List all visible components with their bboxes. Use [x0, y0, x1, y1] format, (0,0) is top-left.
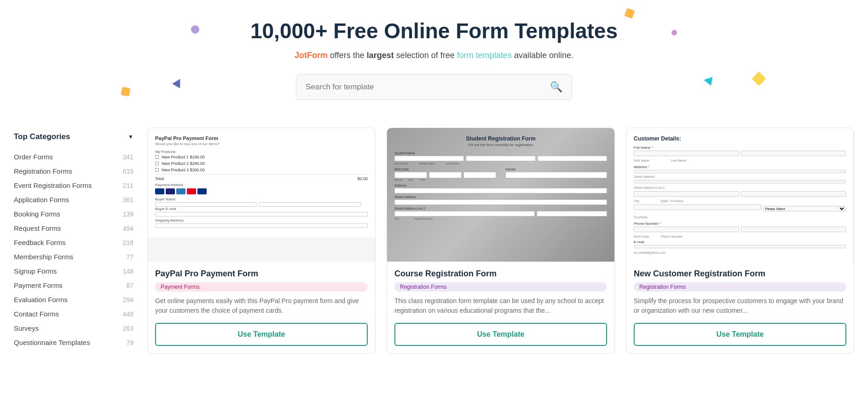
sidebar-item[interactable]: Event Registration Forms 211 — [14, 178, 133, 193]
main-content: Top Categories ▼ Order Forms 341 Registr… — [0, 128, 868, 354]
decorative-blue-arrow — [172, 76, 184, 88]
card-desc-course: This class registration form template ca… — [394, 296, 607, 316]
card-preview-paypal: PayPal Pro Payment Form Would you like t… — [148, 128, 375, 262]
card-badge-course[interactable]: Registration Forms — [394, 282, 607, 292]
search-bar[interactable]: 🔍 — [296, 74, 572, 100]
decorative-orange-sq2 — [121, 87, 131, 97]
sidebar-item[interactable]: Evaluation Forms 294 — [14, 292, 133, 307]
sidebar-item[interactable]: Application Forms 361 — [14, 193, 133, 207]
template-card-customer: Customer Details: Full Name * First Name… — [626, 128, 854, 354]
search-input[interactable] — [306, 82, 550, 92]
search-icon[interactable]: 🔍 — [550, 81, 562, 93]
page-wrapper: 10,000+ Free Online Form Templates JotFo… — [0, 0, 868, 354]
card-badge-paypal[interactable]: Payment Forms — [155, 282, 368, 292]
hero-subtitle: JotForm offers the largest selection of … — [9, 51, 859, 60]
card-preview-course: Student Registration Form Fill out the f… — [387, 128, 614, 262]
templates-grid: PayPal Pro Payment Form Would you like t… — [147, 128, 854, 354]
card-desc-customer: Simplify the process for prospective cus… — [634, 296, 846, 316]
use-template-paypal-button[interactable]: Use Template — [155, 323, 368, 346]
sidebar-item[interactable]: Booking Forms 139 — [14, 207, 133, 221]
sidebar-item[interactable]: Payment Forms 87 — [14, 278, 133, 292]
decorative-orange-square — [624, 8, 635, 18]
sidebar-item[interactable]: Order Forms 341 — [14, 150, 133, 164]
jotform-brand: JotForm — [295, 51, 328, 60]
card-info-course: Course Registration Form Registration Fo… — [387, 262, 614, 353]
subtitle-pre: offers the — [330, 51, 367, 60]
sidebar-item[interactable]: Feedback Forms 218 — [14, 235, 133, 250]
sidebar-item[interactable]: Contact Forms 448 — [14, 307, 133, 321]
card-desc-paypal: Get online payments easily with this Pay… — [155, 296, 368, 316]
sidebar-item[interactable]: Questionnaire Templates 79 — [14, 335, 133, 350]
sidebar-item[interactable]: Signup Forms 148 — [14, 264, 133, 278]
use-template-course-button[interactable]: Use Template — [394, 323, 607, 346]
sidebar-item[interactable]: Registration Forms 615 — [14, 164, 133, 178]
card-info-customer: New Customer Registration Form Registrat… — [626, 262, 854, 353]
card-title-paypal: PayPal Pro Payment Form — [155, 269, 368, 279]
card-title-customer: New Customer Registration Form — [634, 269, 846, 279]
template-card-course: Student Registration Form Fill out the f… — [387, 128, 615, 354]
subtitle-bold: largest — [367, 51, 394, 60]
card-preview-customer: Customer Details: Full Name * First Name… — [626, 128, 854, 262]
card-info-paypal: PayPal Pro Payment Form Payment Forms Ge… — [148, 262, 375, 353]
page-title: 10,000+ Free Online Form Templates — [9, 18, 859, 43]
sidebar-item[interactable]: Surveys 263 — [14, 321, 133, 335]
use-template-customer-button[interactable]: Use Template — [634, 323, 846, 346]
template-card-paypal: PayPal Pro Payment Form Would you like t… — [147, 128, 376, 354]
form-templates-link[interactable]: form templates — [457, 51, 512, 60]
decorative-purple-small — [671, 30, 677, 35]
decorative-teal-arrow — [703, 76, 712, 86]
card-badge-customer[interactable]: Registration Forms — [634, 282, 846, 292]
decorative-purple-circle — [191, 25, 199, 34]
hero-section: 10,000+ Free Online Form Templates JotFo… — [0, 0, 868, 114]
card-title-course: Course Registration Form — [394, 269, 607, 279]
sidebar: Top Categories ▼ Order Forms 341 Registr… — [14, 128, 133, 354]
sidebar-item[interactable]: Request Forms 494 — [14, 221, 133, 235]
subtitle-post: available online. — [514, 51, 573, 60]
sidebar-item[interactable]: Membership Forms 77 — [14, 250, 133, 264]
subtitle-mid: selection of free — [396, 51, 457, 60]
sidebar-title: Top Categories ▼ — [14, 132, 133, 141]
decorative-yellow-diamond — [752, 71, 766, 86]
sidebar-collapse-icon[interactable]: ▼ — [128, 134, 133, 140]
